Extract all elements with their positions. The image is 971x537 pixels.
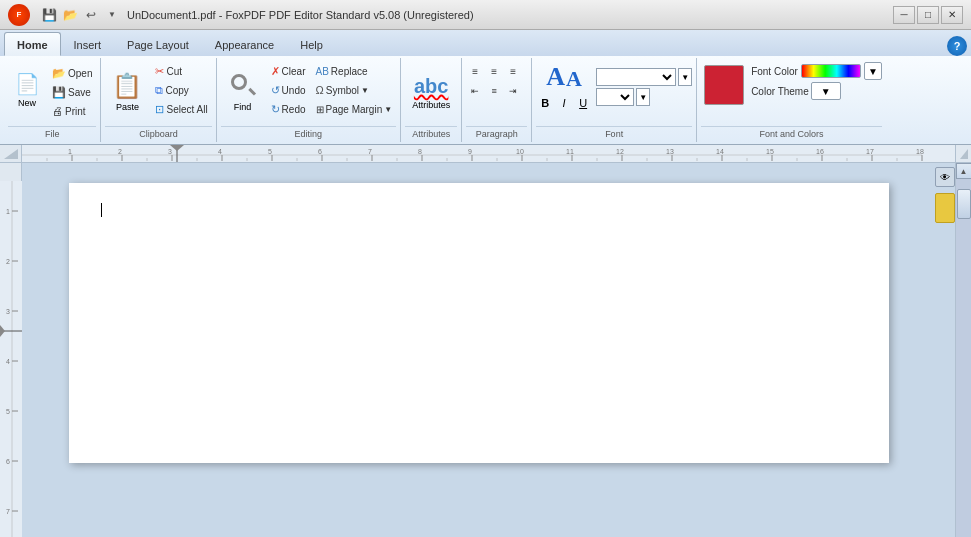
find-button[interactable]: Find — [221, 62, 265, 122]
symbol-button[interactable]: Ω Symbol ▼ — [312, 81, 397, 99]
undo-button[interactable]: ↺ Undo — [267, 81, 310, 99]
new-label: New — [18, 98, 36, 108]
close-button[interactable]: ✕ — [941, 6, 963, 24]
align-center-button[interactable]: ≡ — [485, 62, 503, 80]
color-controls: Font Color ▼ Color Theme ▼ — [751, 62, 882, 100]
find-icon — [229, 72, 257, 100]
print-button[interactable]: 🖨 Print — [48, 102, 96, 120]
font-color-dropdown[interactable]: ▼ — [864, 62, 882, 80]
scroll-track[interactable] — [956, 179, 972, 537]
minimize-button[interactable]: ─ — [893, 6, 915, 24]
font-name-select[interactable] — [596, 68, 676, 86]
font-size-icons: A A — [546, 62, 582, 92]
qa-undo-button[interactable]: ↩ — [82, 6, 100, 24]
editing-right-buttons: AB Replace Ω Symbol ▼ ⊞ Page Margin ▼ — [312, 62, 397, 118]
symbol-icon: Ω — [316, 84, 324, 96]
page-margin-dropdown-icon: ▼ — [384, 105, 392, 114]
svg-text:3: 3 — [168, 148, 172, 155]
qa-save-button[interactable]: 💾 — [40, 6, 58, 24]
svg-text:18: 18 — [916, 148, 924, 155]
tab-help[interactable]: Help — [287, 32, 336, 56]
cut-button[interactable]: ✂ Cut — [151, 62, 211, 80]
font-aa-area: A A B I U — [536, 62, 592, 112]
scroll-thumb[interactable] — [957, 189, 971, 219]
font-color-label: Font Color — [751, 66, 798, 77]
bookmark-marker[interactable] — [935, 193, 955, 223]
select-all-button[interactable]: ⊡ Select All — [151, 100, 211, 118]
font-size-dropdown[interactable]: ▼ — [636, 88, 650, 106]
attributes-button[interactable]: abc Attributes — [405, 62, 457, 122]
indent-decrease-button[interactable]: ⇤ — [466, 82, 484, 100]
font-size-select[interactable] — [596, 88, 634, 106]
font-color-bar[interactable] — [801, 64, 861, 78]
underline-button[interactable]: U — [574, 94, 592, 112]
ruler-end-icon — [956, 145, 971, 163]
align-left-button[interactable]: ≡ — [466, 62, 484, 80]
svg-text:1: 1 — [68, 148, 72, 155]
clipboard-group-content: 📋 Paste ✂ Cut ⧉ Copy ⊡ Select All — [105, 60, 211, 124]
align-right-button[interactable]: ≡ — [504, 62, 522, 80]
svg-text:10: 10 — [516, 148, 524, 155]
tab-home[interactable]: Home — [4, 32, 61, 56]
new-icon: 📄 — [15, 72, 40, 96]
tab-page-layout[interactable]: Page Layout — [114, 32, 202, 56]
scroll-up-button[interactable]: ▲ — [956, 163, 972, 179]
file-group-label: File — [8, 126, 96, 140]
svg-marker-59 — [960, 149, 968, 159]
help-button[interactable]: ? — [947, 36, 967, 56]
italic-button[interactable]: I — [555, 94, 573, 112]
redo-button[interactable]: ↻ Redo — [267, 100, 310, 118]
maximize-button[interactable]: □ — [917, 6, 939, 24]
file-group-content: 📄 New 📂 Open 💾 Save 🖨 Print — [8, 60, 96, 124]
content-area: 1 2 3 4 5 6 7 — [0, 163, 971, 537]
eye-button[interactable]: 👁 — [935, 167, 955, 187]
open-button[interactable]: 📂 Open — [48, 64, 96, 82]
save-icon: 💾 — [52, 86, 66, 99]
scrollbar-right[interactable]: ▲ ▼ — [955, 163, 971, 537]
ribbon-tab-bar: Home Insert Page Layout Appearance Help … — [0, 30, 971, 56]
copy-button[interactable]: ⧉ Copy — [151, 81, 211, 99]
font-large-a-icon: A — [546, 62, 565, 92]
indent-increase-icon: ⇥ — [509, 86, 517, 96]
svg-text:5: 5 — [6, 408, 10, 415]
color-theme-label: Color Theme — [751, 86, 809, 97]
qa-dropdown-button[interactable]: ▼ — [103, 6, 121, 24]
color-theme-dropdown[interactable]: ▼ — [811, 82, 841, 100]
ruler-top: 1 2 3 4 5 6 7 8 9 — [22, 145, 955, 163]
replace-icon: AB — [316, 66, 329, 77]
page-document[interactable] — [69, 183, 889, 463]
font-large-icons: A A B I U — [536, 62, 692, 112]
ribbon-group-font: A A B I U — [532, 58, 697, 142]
justify-button[interactable]: ≡ — [485, 82, 503, 100]
title-bar: F 💾 📂 ↩ ▼ UnDocument1.pdf - FoxPDF PDF E… — [0, 0, 971, 30]
tab-appearance[interactable]: Appearance — [202, 32, 287, 56]
redo-icon: ↻ — [271, 103, 280, 116]
svg-text:16: 16 — [816, 148, 824, 155]
font-group-content: A A B I U — [536, 60, 692, 124]
indent-increase-button[interactable]: ⇥ — [504, 82, 522, 100]
font-size-row: ▼ — [596, 88, 692, 106]
font-name-dropdown[interactable]: ▼ — [678, 68, 692, 86]
new-button[interactable]: 📄 New — [8, 62, 46, 117]
bold-button[interactable]: B — [536, 94, 554, 112]
color-swatch-button[interactable] — [701, 62, 747, 108]
svg-text:15: 15 — [766, 148, 774, 155]
save-button[interactable]: 💾 Save — [48, 83, 96, 101]
qa-open-button[interactable]: 📂 — [61, 6, 79, 24]
page-margin-icon: ⊞ — [316, 104, 324, 115]
window-title: UnDocument1.pdf - FoxPDF PDF Editor Stan… — [127, 9, 474, 21]
indent-decrease-icon: ⇤ — [471, 86, 479, 96]
clear-icon: ✗ — [271, 65, 280, 78]
align-left-icon: ≡ — [472, 66, 478, 77]
replace-button[interactable]: AB Replace — [312, 62, 397, 80]
page-margin-button[interactable]: ⊞ Page Margin ▼ — [312, 100, 397, 118]
ribbon: Home Insert Page Layout Appearance Help … — [0, 30, 971, 145]
tab-insert[interactable]: Insert — [61, 32, 115, 56]
clear-button[interactable]: ✗ Clear — [267, 62, 310, 80]
quick-access-toolbar: 💾 📂 ↩ ▼ — [40, 6, 121, 24]
align-right-icon: ≡ — [510, 66, 516, 77]
page-container[interactable] — [22, 163, 935, 537]
title-bar-left: F 💾 📂 ↩ ▼ UnDocument1.pdf - FoxPDF PDF E… — [8, 4, 474, 26]
align-center-icon: ≡ — [491, 66, 497, 77]
paste-button[interactable]: 📋 Paste — [105, 62, 149, 122]
